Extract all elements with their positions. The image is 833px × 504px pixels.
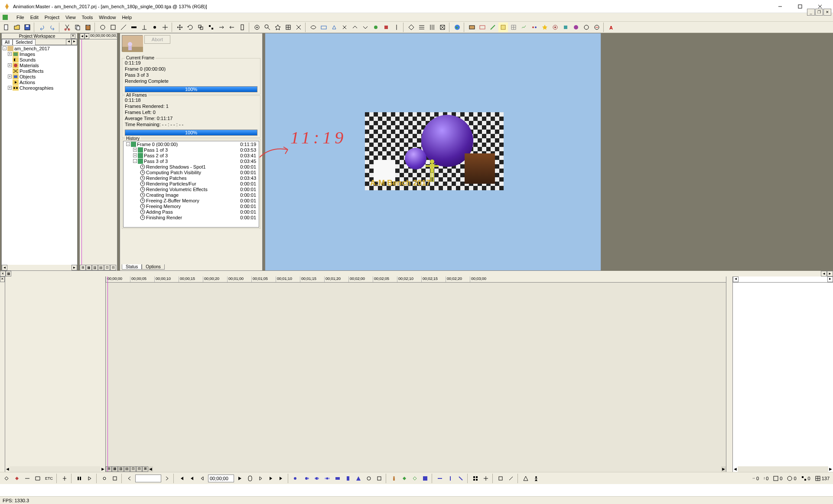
- tool-t[interactable]: [392, 23, 401, 32]
- key-e[interactable]: [60, 474, 69, 483]
- loop-button[interactable]: [245, 474, 255, 483]
- scroll-right-icon[interactable]: ►: [72, 265, 77, 270]
- tool-e[interactable]: [140, 23, 149, 32]
- tool-q[interactable]: [361, 23, 370, 32]
- onion-i[interactable]: [374, 474, 384, 483]
- tlr-left[interactable]: ◄: [733, 276, 739, 282]
- timeline-right-panel[interactable]: ◄ ► ◄ ►: [732, 276, 833, 472]
- tree-choreographies[interactable]: Choreographies: [20, 85, 53, 91]
- render-g[interactable]: [530, 23, 539, 32]
- onion-e[interactable]: [333, 474, 342, 483]
- tlr-f[interactable]: ⊟: [136, 466, 142, 472]
- tool-p[interactable]: [350, 23, 360, 32]
- tool-m[interactable]: [319, 23, 329, 32]
- tool-k[interactable]: [238, 23, 247, 32]
- tlr-d[interactable]: ▤: [124, 466, 130, 472]
- history-row[interactable]: Rendering Volumetric Effects0:00:01: [124, 186, 259, 192]
- ruler-tick[interactable]: 00;01;20: [324, 276, 348, 282]
- timeline-main[interactable]: 00;00;0000;00;0500;00;1000;00;1500;00;20…: [106, 276, 726, 472]
- snap-b[interactable]: [263, 23, 272, 32]
- rig-j[interactable]: [496, 474, 505, 483]
- ruler-tick[interactable]: 00;03;00: [470, 276, 494, 282]
- tree-root[interactable]: am_bench_2017: [14, 46, 50, 51]
- tool-c[interactable]: [119, 23, 128, 32]
- ruler-tick[interactable]: 00;02;05: [373, 276, 397, 282]
- render-d[interactable]: [498, 23, 508, 32]
- view-d[interactable]: [438, 23, 447, 32]
- prev-frame[interactable]: [198, 474, 207, 483]
- key-c[interactable]: [23, 474, 32, 483]
- onion-g[interactable]: [354, 474, 363, 483]
- tl-nav-right[interactable]: ►: [85, 33, 89, 39]
- onion-f[interactable]: [343, 474, 353, 483]
- tool-i[interactable]: [217, 23, 226, 32]
- ruler-tick[interactable]: 00;02;15: [421, 276, 446, 282]
- render-h[interactable]: [540, 23, 550, 32]
- ruler-tick[interactable]: 00;01;05: [251, 276, 276, 282]
- history-row[interactable]: Creating Image0:00:01: [124, 192, 259, 198]
- history-row[interactable]: Finishing Render0:00:01: [124, 215, 259, 220]
- rig-k[interactable]: [506, 474, 516, 483]
- expand-icon[interactable]: +: [8, 52, 12, 56]
- onion-c[interactable]: [312, 474, 322, 483]
- rotate-tool[interactable]: [185, 23, 195, 32]
- rig-b[interactable]: [400, 474, 409, 483]
- menu-help[interactable]: Help: [122, 15, 132, 20]
- render-f[interactable]: [519, 23, 529, 32]
- history-row[interactable]: Rendering Shadows - Spot10:00:01: [124, 164, 259, 169]
- expand-icon[interactable]: +: [8, 63, 12, 67]
- tool-h[interactable]: [206, 23, 216, 32]
- onion-a[interactable]: [291, 474, 301, 483]
- project-tree[interactable]: -am_bench_2017 +Images Sounds +Materials…: [2, 46, 77, 265]
- menu-tools[interactable]: Tools: [82, 15, 93, 20]
- render-c[interactable]: [488, 23, 498, 32]
- render-k[interactable]: [571, 23, 581, 32]
- key-b[interactable]: [12, 474, 22, 483]
- move-tool[interactable]: [175, 23, 185, 32]
- view-a[interactable]: [407, 23, 416, 32]
- scroll-left-icon[interactable]: ◄: [2, 265, 7, 270]
- tl-tool-c[interactable]: ▥: [92, 265, 98, 270]
- render-j[interactable]: [561, 23, 570, 32]
- history-row[interactable]: Computing Patch Visibility0:00:01: [124, 169, 259, 175]
- tl-tool-d[interactable]: ▤: [98, 265, 104, 270]
- history-row[interactable]: -Pass 3 of 30:03:45: [124, 158, 259, 164]
- tl-tool-a[interactable]: ⊞: [80, 265, 86, 270]
- tlr-a[interactable]: ⊞: [106, 466, 112, 472]
- menu-edit[interactable]: Edit: [30, 15, 39, 20]
- tlr-g[interactable]: ⊠: [142, 466, 148, 472]
- render-a[interactable]: [467, 23, 477, 32]
- key-d[interactable]: [33, 474, 42, 483]
- redo-button[interactable]: [48, 23, 57, 32]
- panel-close-icon[interactable]: ✕: [71, 34, 75, 39]
- paste-button[interactable]: [83, 23, 93, 32]
- copy-button[interactable]: [73, 23, 82, 32]
- tool-j[interactable]: [227, 23, 237, 32]
- rig-f[interactable]: [446, 474, 455, 483]
- tool-f[interactable]: [150, 23, 159, 32]
- render-e[interactable]: [509, 23, 518, 32]
- ruler-tick[interactable]: 00;00;00: [106, 276, 130, 282]
- tl-tool-b[interactable]: ▦: [86, 265, 92, 270]
- sb-left[interactable]: ◄: [5, 466, 10, 472]
- rig-m[interactable]: [531, 474, 541, 483]
- tl-tool-f[interactable]: ⊟: [110, 265, 116, 270]
- expand-icon[interactable]: +: [133, 153, 137, 157]
- mdi-restore-button[interactable]: ❐: [815, 9, 823, 16]
- ruler-tick[interactable]: 00;00;15: [179, 276, 203, 282]
- tlr-e[interactable]: ⊡: [130, 466, 136, 472]
- abort-button[interactable]: Abort: [144, 35, 170, 44]
- onion-d[interactable]: [322, 474, 332, 483]
- tab-nav-left[interactable]: ◄: [66, 39, 72, 45]
- snap-c[interactable]: [273, 23, 283, 32]
- rig-l[interactable]: [521, 474, 530, 483]
- sw-icon[interactable]: ▦: [6, 271, 11, 276]
- key-i[interactable]: [110, 474, 120, 483]
- render-b[interactable]: [478, 23, 487, 32]
- sw-left[interactable]: ◄: [821, 271, 827, 276]
- key-f[interactable]: [75, 474, 84, 483]
- history-row[interactable]: -Frame 0 (00:00:00)0:11:19: [124, 141, 259, 147]
- ruler-tick[interactable]: 00;00;05: [130, 276, 154, 282]
- history-list[interactable]: -Frame 0 (00:00:00)0:11:19+Pass 1 of 30:…: [123, 141, 259, 228]
- onion-b[interactable]: [302, 474, 311, 483]
